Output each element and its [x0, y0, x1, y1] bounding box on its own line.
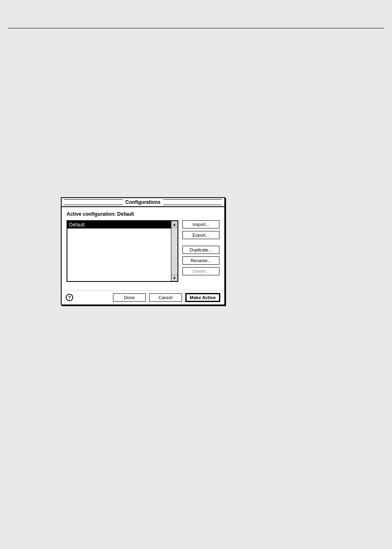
footer-right-buttons: Done Cancel Make Active	[113, 293, 220, 302]
scroll-track	[171, 228, 178, 274]
scroll-down-arrow[interactable]: ▼	[171, 274, 178, 281]
top-rule	[8, 28, 384, 28]
done-button[interactable]: Done	[113, 293, 146, 302]
dialog-content: Default ▲ ▼ Import... Export... Duplicat…	[67, 220, 219, 282]
delete-button[interactable]: Delete...	[182, 267, 219, 275]
listbox-items: Default	[67, 221, 171, 281]
dialog-footer: ? Done Cancel Make Active	[62, 290, 224, 304]
active-config-label: Active configuration: Default	[67, 211, 219, 217]
page-background: Configurations Active configuration: Def…	[0, 0, 392, 549]
side-buttons: Import... Export... Duplicate... Rename.…	[182, 220, 219, 282]
scrollbar: ▲ ▼	[171, 221, 178, 281]
button-gap	[182, 242, 219, 243]
dialog-titlebar: Configurations	[62, 198, 224, 207]
configurations-dialog: Configurations Active configuration: Def…	[61, 197, 225, 305]
help-button[interactable]: ?	[66, 294, 73, 301]
dialog-title: Configurations	[123, 199, 163, 205]
make-active-button[interactable]: Make Active	[185, 293, 220, 302]
dialog-body: Active configuration: Default Default ▲ …	[62, 207, 224, 290]
import-button[interactable]: Import...	[182, 220, 219, 228]
duplicate-button[interactable]: Duplicate...	[182, 246, 219, 254]
scroll-up-arrow[interactable]: ▲	[171, 221, 178, 228]
list-item[interactable]: Default	[67, 221, 171, 228]
rename-button[interactable]: Rename...	[182, 256, 219, 265]
config-listbox[interactable]: Default ▲ ▼	[67, 220, 178, 282]
export-button[interactable]: Export...	[182, 231, 219, 239]
cancel-button[interactable]: Cancel	[149, 293, 182, 302]
